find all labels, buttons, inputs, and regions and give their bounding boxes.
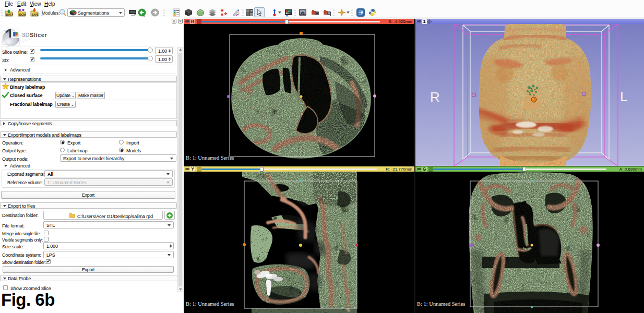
svg-text:SAVE: SAVE: [32, 13, 39, 16]
svg-text:R: R: [430, 89, 440, 105]
svg-text:B: 1: Unnamed Series: B: 1: Unnamed Series: [417, 301, 465, 307]
svg-text:B: 1: Unnamed Series: B: 1: Unnamed Series: [186, 155, 234, 161]
svg-text:B: 1: Unnamed Series: B: 1: Unnamed Series: [186, 301, 234, 307]
svg-text:L: L: [620, 89, 627, 104]
svg-text:DATA: DATA: [6, 13, 14, 16]
svg-text:DCM: DCM: [19, 13, 26, 16]
